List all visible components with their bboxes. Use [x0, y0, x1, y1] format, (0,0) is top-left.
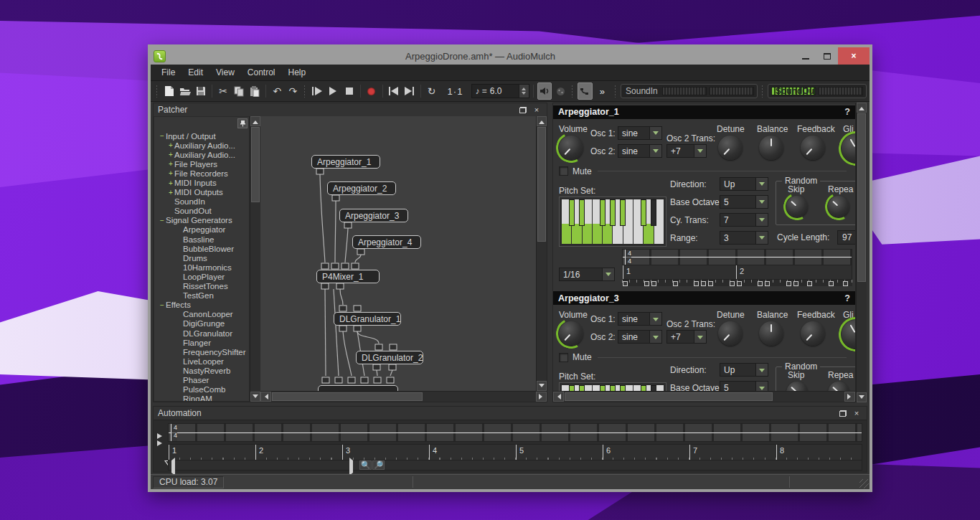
tree-item[interactable]: LiveLooper — [154, 356, 249, 366]
black-key[interactable] — [569, 199, 575, 226]
direction-dropdown[interactable]: Up — [720, 363, 768, 377]
tree-expander-icon[interactable]: − — [159, 217, 166, 224]
repeat-knob[interactable] — [828, 196, 849, 217]
new-file-button[interactable] — [162, 82, 176, 100]
toolbar-grip[interactable] — [156, 85, 159, 98]
contraption-node[interactable]: Arpeggiator_3 — [339, 209, 408, 222]
step-cell[interactable] — [793, 281, 798, 286]
step-cell[interactable] — [814, 280, 821, 286]
repeat-knob[interactable] — [828, 382, 849, 391]
scrollbar-thumb[interactable] — [179, 460, 348, 470]
step-cell[interactable] — [721, 280, 728, 286]
tree-expander-icon[interactable]: − — [159, 132, 166, 140]
bar-number-cell[interactable]: 8 — [776, 445, 863, 460]
automation-hscrollbar[interactable]: 🔍 🔎 — [168, 460, 862, 471]
black-key[interactable] — [610, 199, 616, 226]
osc2-trans-dropdown[interactable]: +7 — [666, 330, 707, 344]
toolbar-overflow-chevron[interactable]: » — [594, 86, 611, 97]
black-key[interactable] — [579, 385, 585, 391]
step-cell[interactable] — [708, 281, 713, 286]
tree-item[interactable]: SoundOut — [154, 207, 249, 216]
canvas-vscrollbar[interactable] — [536, 116, 547, 391]
tree-item[interactable]: NastyReverb — [154, 366, 249, 375]
tree-item[interactable]: 10Harmonics — [154, 263, 249, 272]
stop-button[interactable] — [342, 82, 357, 100]
osc2-trans-dropdown[interactable]: +7 — [666, 144, 707, 158]
arpeggiator1-panel-header[interactable]: Arpeggiator_1 ? — [553, 105, 855, 119]
port[interactable] — [331, 263, 339, 269]
tree-item[interactable]: + File Recorders — [154, 169, 249, 178]
play-pause-button[interactable] — [310, 82, 324, 100]
toolbar-grip[interactable] — [571, 85, 574, 98]
scrollbar-thumb[interactable] — [537, 127, 546, 242]
step-cell[interactable] — [623, 281, 628, 286]
skip-knob[interactable] — [786, 196, 808, 217]
scroll-down-icon[interactable] — [857, 392, 867, 402]
tree-item[interactable]: + File Players — [154, 159, 249, 169]
step-cell[interactable] — [714, 280, 721, 286]
bar-ruler[interactable]: 1 2 — [622, 265, 852, 280]
port[interactable] — [352, 263, 359, 269]
toolbar-grip[interactable] — [303, 85, 306, 98]
close-panel-icon[interactable]: × — [531, 105, 542, 114]
port[interactable] — [390, 344, 397, 350]
resize-grip[interactable] — [859, 479, 869, 488]
step-row[interactable] — [622, 280, 852, 286]
audio-enable-button[interactable] — [537, 82, 552, 100]
scrollbar-thumb[interactable] — [565, 392, 773, 401]
float-panel-icon[interactable] — [839, 410, 847, 417]
scroll-up-icon[interactable] — [857, 103, 867, 113]
port[interactable] — [375, 344, 382, 350]
step-cell[interactable] — [771, 280, 778, 286]
step-cell[interactable] — [644, 281, 649, 286]
menu-view[interactable]: View — [209, 65, 241, 80]
undo-icon[interactable]: ↶ — [270, 82, 284, 100]
mute-checkbox[interactable] — [559, 353, 568, 362]
toolbar-grip[interactable] — [761, 85, 764, 98]
base-octave-dropdown[interactable]: 5 — [720, 195, 768, 209]
tree-expander-icon[interactable]: + — [167, 179, 174, 187]
port[interactable] — [374, 377, 381, 383]
tree-item[interactable]: + MIDI Outputs — [154, 188, 249, 197]
automation-timeline[interactable]: 44 1 2 3 4 5 6 7 8 🔍 � — [154, 420, 867, 472]
scrollbar-thumb[interactable] — [857, 113, 866, 282]
balance-knob[interactable] — [759, 321, 783, 346]
black-key[interactable] — [569, 385, 575, 391]
soundin-meter[interactable]: SoundIn — [621, 84, 758, 98]
glide-knob[interactable] — [842, 134, 856, 163]
close-button[interactable]: × — [838, 47, 870, 65]
contraption-node[interactable]: P4Mixer_1 — [316, 270, 380, 283]
bar-number-cell[interactable]: 4 — [429, 445, 516, 460]
cycle-length-field[interactable]: 97 — [837, 230, 856, 245]
tempo-spinner[interactable] — [519, 85, 529, 98]
contraption-node[interactable]: DLGranulator_2 — [356, 351, 423, 364]
contraption-node[interactable]: Arpeggiator_1 — [311, 155, 380, 169]
paste-button[interactable] — [248, 82, 262, 100]
port[interactable] — [341, 263, 349, 269]
port[interactable] — [316, 169, 324, 174]
osc2-dropdown[interactable]: sine — [618, 144, 662, 158]
contraption-node[interactable]: Arpeggiator_2 — [327, 181, 396, 195]
tempo-control[interactable]: ♪ = 6.0 — [471, 84, 529, 98]
tree-expander-icon[interactable]: + — [167, 151, 174, 159]
step-cell[interactable] — [821, 280, 828, 286]
glide-knob[interactable] — [842, 320, 855, 349]
tree-item[interactable]: + Auxiliary Audio... — [154, 150, 249, 159]
menu-file[interactable]: File — [155, 65, 182, 80]
scroll-left-icon[interactable] — [553, 392, 564, 402]
tree-item[interactable]: TestGen — [154, 291, 249, 301]
tree-item[interactable]: FrequencyShifter — [154, 347, 249, 356]
tree-item[interactable]: − Effects — [154, 301, 249, 310]
scroll-right-icon[interactable] — [844, 392, 855, 402]
go-to-start-button[interactable] — [387, 82, 401, 100]
feedback-knob[interactable] — [801, 136, 825, 160]
copy-button[interactable] — [232, 82, 246, 100]
pitch-set-keyboard[interactable] — [559, 382, 666, 391]
scroll-right-icon[interactable] — [348, 460, 359, 470]
save-button[interactable] — [194, 82, 208, 100]
tree-item[interactable]: Flanger — [154, 338, 249, 347]
port[interactable] — [361, 377, 368, 383]
port[interactable] — [387, 377, 394, 383]
detune-knob[interactable] — [718, 321, 743, 346]
step-cell[interactable] — [834, 280, 842, 286]
